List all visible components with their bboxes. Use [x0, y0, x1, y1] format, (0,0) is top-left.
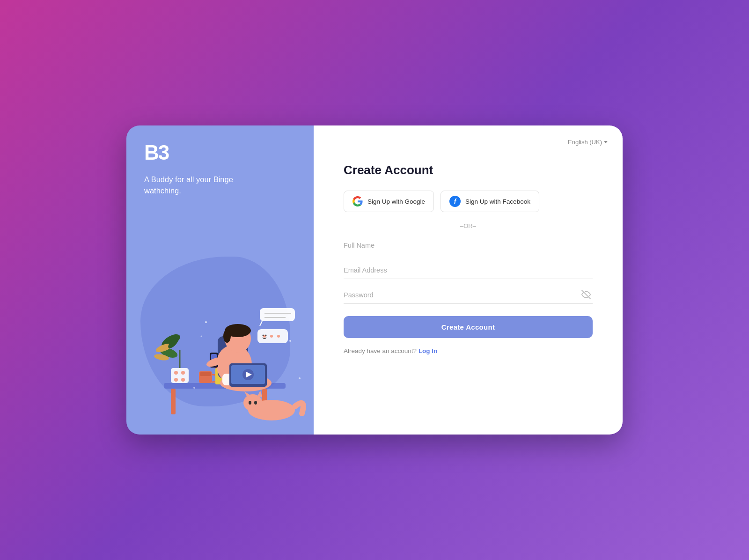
left-panel: B3 A Buddy for all your Binge wathching.	[126, 125, 314, 435]
svg-point-55	[289, 340, 291, 342]
google-btn-label: Sign Up with Google	[367, 198, 425, 205]
facebook-icon: f	[449, 196, 461, 207]
password-input[interactable]	[344, 287, 593, 303]
fullname-input[interactable]	[344, 238, 593, 254]
svg-point-6	[174, 378, 178, 382]
tagline: A Buddy for all your Binge wathching.	[144, 174, 238, 197]
facebook-signup-button[interactable]: f Sign Up with Facebook	[441, 191, 539, 212]
app-logo: B3	[144, 142, 296, 163]
login-link[interactable]: Log In	[419, 347, 438, 354]
fullname-wrapper	[344, 238, 593, 254]
language-label: English (UK)	[568, 139, 602, 146]
svg-point-53	[254, 401, 257, 405]
svg-point-7	[181, 378, 185, 382]
svg-point-44	[270, 335, 273, 338]
svg-rect-38	[260, 308, 295, 321]
svg-rect-3	[171, 368, 189, 383]
login-prompt-text: Already have an account?	[344, 347, 417, 354]
svg-point-54	[205, 321, 207, 323]
facebook-btn-label: Sign Up with Facebook	[465, 198, 530, 205]
svg-point-49	[243, 394, 262, 411]
svg-point-58	[201, 336, 202, 337]
svg-point-45	[277, 335, 280, 338]
social-buttons-row: Sign Up with Google f Sign Up with Faceb…	[344, 191, 593, 212]
login-prompt: Already have an account? Log In	[344, 347, 593, 354]
svg-point-46	[263, 335, 264, 336]
or-divider: –OR–	[344, 222, 593, 229]
svg-marker-51	[257, 391, 262, 397]
svg-point-52	[249, 401, 251, 405]
toggle-password-icon[interactable]	[581, 290, 591, 301]
svg-point-30	[223, 330, 231, 343]
svg-point-47	[265, 335, 267, 336]
google-icon	[352, 196, 363, 206]
svg-rect-15	[200, 372, 211, 376]
chevron-down-icon	[604, 141, 608, 143]
right-panel: English (UK) Create Account Sign Up with…	[314, 125, 623, 435]
svg-rect-1	[171, 389, 176, 414]
language-selector[interactable]: English (UK)	[568, 139, 608, 146]
svg-point-5	[181, 371, 185, 375]
form-title: Create Account	[344, 163, 593, 177]
email-input[interactable]	[344, 263, 593, 279]
svg-marker-50	[244, 391, 252, 397]
form-area: Create Account Sign Up with Google	[344, 163, 593, 354]
svg-point-57	[299, 377, 301, 379]
svg-point-56	[193, 387, 195, 389]
svg-line-39	[260, 321, 262, 326]
create-account-button[interactable]: Create Account	[344, 316, 593, 338]
illustration	[126, 247, 314, 435]
svg-point-4	[174, 371, 178, 375]
google-signup-button[interactable]: Sign Up with Google	[344, 191, 434, 212]
main-card: B3 A Buddy for all your Binge wathching.	[126, 125, 623, 435]
field-group	[344, 238, 593, 312]
email-wrapper	[344, 263, 593, 279]
password-wrapper	[344, 287, 593, 304]
